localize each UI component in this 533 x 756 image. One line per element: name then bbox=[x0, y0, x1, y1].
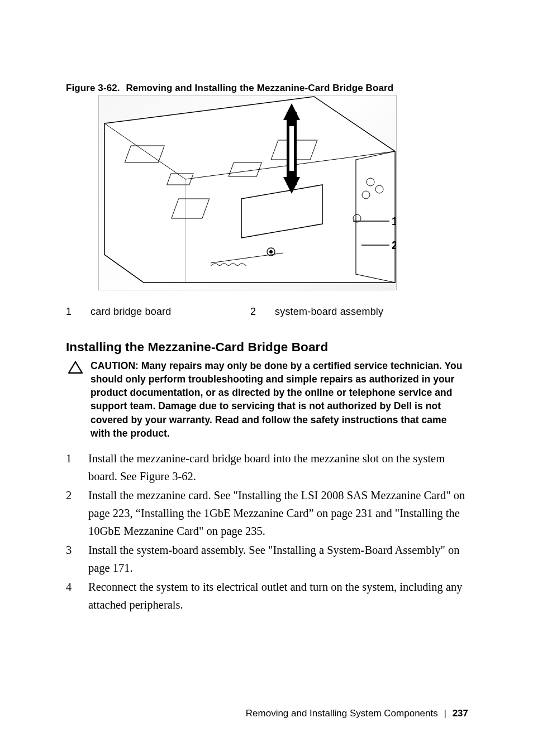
step-3: Install the system-board assembly. See "… bbox=[66, 542, 468, 577]
legend-label-2: system-board assembly bbox=[275, 306, 435, 318]
figure-caption: Figure 3-62. Removing and Installing the… bbox=[66, 83, 468, 94]
procedure-steps: Install the mezzanine-card bridge board … bbox=[66, 450, 468, 614]
mezzanine-diagram-svg: 1 2 bbox=[99, 95, 396, 290]
callout-2: 2 bbox=[392, 239, 396, 251]
page: Figure 3-62. Removing and Installing the… bbox=[0, 0, 533, 756]
svg-marker-23 bbox=[69, 362, 82, 373]
svg-marker-0 bbox=[104, 97, 395, 283]
step-1: Install the mezzanine-card bridge board … bbox=[66, 450, 468, 486]
caution-icon bbox=[68, 361, 83, 376]
figure-illustration: 1 2 bbox=[98, 95, 397, 290]
callout-1: 1 bbox=[392, 215, 396, 227]
section-heading: Installing the Mezzanine-Card Bridge Boa… bbox=[66, 340, 468, 355]
caution-block: CAUTION: Many repairs may only be done b… bbox=[68, 359, 468, 440]
figure-number: Figure 3-62. bbox=[66, 83, 120, 93]
step-4: Reconnect the system to its electrical o… bbox=[66, 578, 468, 614]
svg-point-20 bbox=[269, 250, 273, 253]
caution-text: CAUTION: Many repairs may only be done b… bbox=[91, 359, 468, 440]
page-footer: Removing and Installing System Component… bbox=[246, 708, 468, 719]
step-2: Install the mezzanine card. See "Install… bbox=[66, 487, 468, 540]
page-number: 237 bbox=[453, 708, 468, 719]
footer-text: Removing and Installing System Component… bbox=[246, 708, 438, 719]
footer-divider: | bbox=[444, 708, 446, 719]
svg-marker-14 bbox=[356, 151, 395, 283]
figure-legend: 1 card bridge board 2 system-board assem… bbox=[66, 306, 468, 318]
legend-num-1: 1 bbox=[66, 306, 91, 318]
figure-title: Removing and Installing the Mezzanine-Ca… bbox=[126, 83, 393, 93]
legend-label-1: card bridge board bbox=[91, 306, 250, 318]
legend-num-2: 2 bbox=[250, 306, 275, 318]
